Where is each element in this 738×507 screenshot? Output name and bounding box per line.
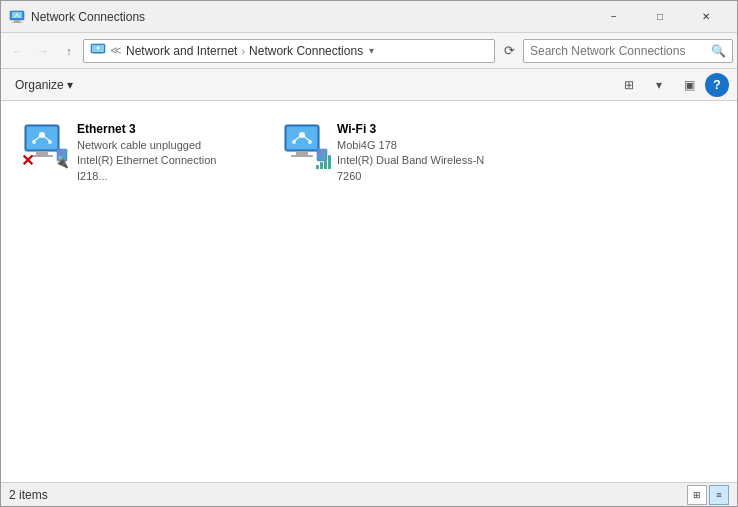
title-bar: Network Connections − □ ✕: [1, 1, 737, 33]
close-button[interactable]: ✕: [683, 1, 729, 33]
network-connections-window: Network Connections − □ ✕ ← → ↑ ≪ Networ…: [0, 0, 738, 507]
wifi3-adapter: Intel(R) Dual Band Wireless-N 7260: [337, 153, 505, 184]
ethernet3-cable-icon: 🔌: [55, 156, 69, 169]
wifi3-status: Mobi4G 178: [337, 138, 505, 153]
status-item-count: 2 items: [9, 488, 48, 502]
back-button[interactable]: ←: [5, 39, 29, 63]
breadcrumb-network-connections[interactable]: Network Connections: [249, 44, 363, 58]
svg-rect-2: [14, 20, 20, 22]
breadcrumb-network-internet[interactable]: Network and Internet: [126, 44, 237, 58]
help-button[interactable]: ?: [705, 73, 729, 97]
wifi3-item[interactable]: Wi-Fi 3 Mobi4G 178 Intel(R) Dual Band Wi…: [273, 113, 513, 192]
svg-rect-32: [296, 151, 308, 155]
svg-rect-3: [12, 22, 22, 23]
status-view-list-button[interactable]: ≡: [709, 485, 729, 505]
svg-point-12: [97, 47, 100, 50]
status-bar: 2 items ⊞ ≡: [1, 482, 737, 506]
svg-rect-23: [58, 151, 62, 154]
search-icon: 🔍: [711, 44, 726, 58]
svg-point-31: [308, 140, 312, 144]
organize-button[interactable]: Organize ▾: [9, 76, 79, 94]
svg-rect-21: [31, 155, 53, 157]
svg-rect-11: [94, 53, 102, 54]
view-pane-button[interactable]: ▣: [675, 73, 703, 97]
breadcrumb-sep-left: ≪: [110, 44, 122, 57]
view-drop-button[interactable]: ▾: [645, 73, 673, 97]
address-dropdown-btn[interactable]: ▾: [367, 45, 376, 56]
organize-arrow-icon: ▾: [67, 78, 73, 92]
view-grid-button[interactable]: ⊞: [615, 73, 643, 97]
wifi3-name: Wi-Fi 3: [337, 121, 505, 138]
wifi3-icon-wrap: [281, 121, 329, 169]
title-bar-controls: − □ ✕: [591, 1, 729, 33]
wifi3-info: Wi-Fi 3 Mobi4G 178 Intel(R) Dual Band Wi…: [337, 121, 505, 184]
main-content: ✕ 🔌 Ethernet 3 Network cable unplugged I…: [1, 101, 737, 482]
ethernet3-name: Ethernet 3: [77, 121, 245, 138]
status-icons: ⊞ ≡: [687, 485, 729, 505]
forward-button[interactable]: →: [31, 39, 55, 63]
title-bar-title: Network Connections: [31, 10, 591, 24]
status-view-grid-button[interactable]: ⊞: [687, 485, 707, 505]
svg-point-30: [292, 140, 296, 144]
ethernet3-item[interactable]: ✕ 🔌 Ethernet 3 Network cable unplugged I…: [13, 113, 253, 192]
wifi3-signal-icon: [316, 153, 331, 169]
wifi3-header: Wi-Fi 3 Mobi4G 178 Intel(R) Dual Band Wi…: [281, 121, 505, 184]
up-button[interactable]: ↑: [57, 39, 81, 63]
svg-point-7: [14, 15, 16, 17]
address-path-icon: [90, 41, 106, 60]
ethernet3-adapter: Intel(R) Ethernet Connection I218...: [77, 153, 245, 184]
svg-point-8: [18, 15, 20, 17]
ethernet3-icon-wrap: ✕ 🔌: [21, 121, 69, 169]
ethernet3-info: Ethernet 3 Network cable unplugged Intel…: [77, 121, 245, 184]
refresh-button[interactable]: ⟳: [497, 39, 521, 63]
svg-point-18: [32, 140, 36, 144]
maximize-button[interactable]: □: [637, 1, 683, 33]
toolbar: Organize ▾ ⊞ ▾ ▣ ?: [1, 69, 737, 101]
title-bar-icon: [9, 9, 25, 25]
minimize-button[interactable]: −: [591, 1, 637, 33]
ethernet3-error-icon: ✕: [21, 153, 34, 169]
organize-label: Organize: [15, 78, 64, 92]
toolbar-left: Organize ▾: [9, 76, 79, 94]
svg-point-19: [48, 140, 52, 144]
search-box[interactable]: 🔍: [523, 39, 733, 63]
svg-rect-33: [291, 155, 313, 157]
ethernet3-header: ✕ 🔌 Ethernet 3 Network cable unplugged I…: [21, 121, 245, 184]
address-bar: ← → ↑ ≪ Network and Internet › Network C…: [1, 33, 737, 69]
svg-rect-20: [36, 151, 48, 155]
search-input[interactable]: [530, 44, 707, 58]
breadcrumb-arrow: ›: [241, 45, 245, 57]
address-path[interactable]: ≪ Network and Internet › Network Connect…: [83, 39, 495, 63]
toolbar-right: ⊞ ▾ ▣ ?: [615, 73, 729, 97]
ethernet3-status: Network cable unplugged: [77, 138, 245, 153]
